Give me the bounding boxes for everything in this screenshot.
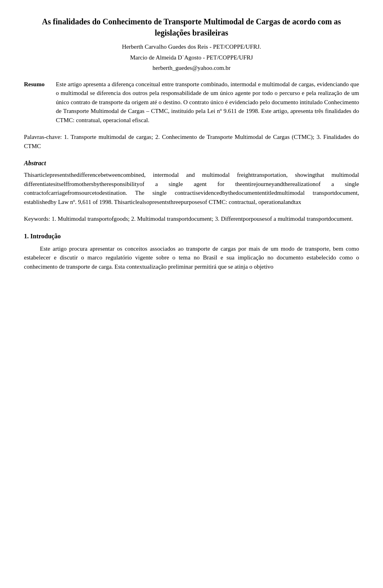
keywords-label: Keywords: <box>24 216 50 222</box>
keywords-line: Keywords: 1. Multimodal transportofgoods… <box>24 214 359 224</box>
resumo-section: Resumo Este artigo apresenta a diferença… <box>24 80 359 125</box>
palavras-chave-body: 1. Transporte multimodal de cargas; 2. C… <box>24 134 359 149</box>
email: herberth_guedes@yahoo.com.br <box>24 63 359 73</box>
title-block: As finalidades do Conhecimento de Transp… <box>24 16 359 73</box>
abstract-section: Abstract Thisarticlepresentsthedifferenc… <box>24 158 359 206</box>
palavras-chave-label: Palavras-chave: <box>24 134 62 140</box>
resumo-body: Este artigo apresenta a diferença concei… <box>56 80 359 125</box>
main-title: As finalidades do Conhecimento de Transp… <box>24 16 359 38</box>
resumo-label: Resumo <box>24 80 56 89</box>
abstract-label: Abstract <box>24 158 359 168</box>
intro-body: Este artigo procura apresentar os concei… <box>24 244 359 271</box>
author2: Marcio de Almeida D`Agosto - PET/COPPE/U… <box>24 53 359 62</box>
intro-section: 1. Introdução Este artigo procura aprese… <box>24 232 359 271</box>
resumo-row: Resumo Este artigo apresenta a diferença… <box>24 80 359 125</box>
intro-heading: 1. Introdução <box>24 232 359 241</box>
palavras-chave: Palavras-chave: 1. Transporte multimodal… <box>24 133 359 150</box>
keywords-body: 1. Multimodal transportofgoods; 2. Multi… <box>52 216 353 222</box>
abstract-body: Thisarticlepresentsthedifferencebetweenc… <box>24 170 359 206</box>
author1: Herberth Carvalho Guedes dos Reis - PET/… <box>24 42 359 51</box>
